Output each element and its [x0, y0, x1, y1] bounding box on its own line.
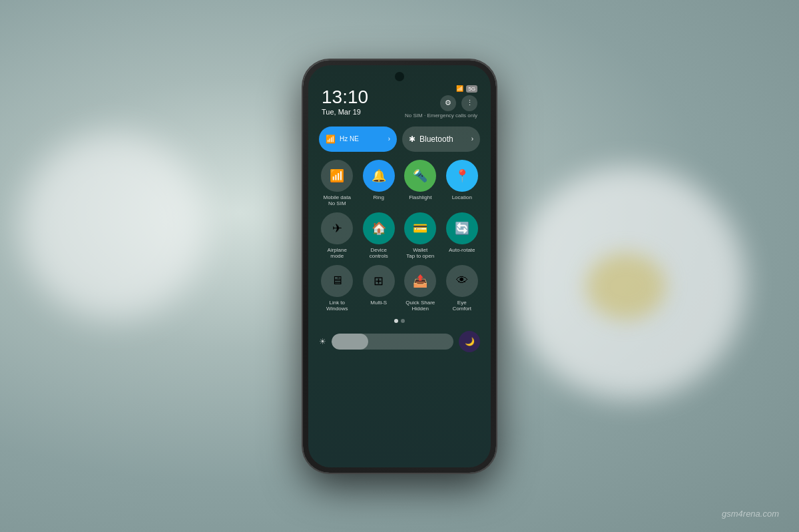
brightness-slider[interactable]	[332, 334, 453, 350]
tile-label-7: Auto-rotate	[449, 247, 475, 254]
tile-label-2: Flashlight	[409, 194, 431, 201]
brightness-icon: ☀	[319, 337, 326, 346]
night-mode-button[interactable]: 🌙	[459, 331, 480, 352]
quick-tile-9[interactable]: ⊞Multi-S	[361, 265, 398, 312]
tile-label-10: Quick Share Hidden	[405, 300, 435, 312]
tile-icon-5: 🏠	[363, 212, 395, 244]
tile-label-6: Wallet Tap to open	[406, 247, 434, 260]
quick-tile-10[interactable]: 📤Quick Share Hidden	[402, 265, 439, 312]
tile-label-0: Mobile data No SIM	[324, 194, 351, 207]
control-icons: ⚙ ⋮	[440, 95, 477, 111]
quick-tile-4[interactable]: ✈Airplane mode	[319, 212, 356, 260]
emergency-text: No SIM · Emergency calls only	[405, 113, 477, 119]
tile-icon-3: 📍	[446, 160, 478, 192]
tile-label-4: Airplane mode	[328, 247, 347, 260]
quick-grid: 📶Mobile data No SIM🔔Ring🔦Flashlight📍Loca…	[319, 160, 480, 313]
5g-icon: 5G	[466, 85, 477, 93]
brightness-fill	[332, 334, 368, 350]
page-dot-0	[394, 319, 398, 323]
tile-icon-8: 🖥	[321, 265, 353, 297]
bluetooth-icon: ✱	[409, 134, 415, 144]
brightness-row: ☀ 🌙	[319, 331, 480, 352]
tile-label-9: Multi-S	[370, 300, 387, 306]
quick-tile-2[interactable]: 🔦Flashlight	[402, 160, 439, 207]
signal-icons: 📶 5G	[456, 85, 477, 93]
front-camera	[395, 72, 404, 81]
bg-yellow	[586, 253, 666, 320]
tile-label-1: Ring	[374, 194, 384, 201]
tile-icon-9: ⊞	[363, 265, 395, 297]
tile-icon-7: 🔄	[446, 212, 478, 244]
tile-icon-0: 📶	[321, 160, 353, 192]
wifi-pill[interactable]: 📶 Hz NE ›	[319, 127, 397, 152]
date: Tue, Mar 19	[322, 108, 368, 116]
tile-icon-1: 🔔	[363, 160, 395, 192]
quick-tile-3[interactable]: 📍Location	[444, 160, 481, 207]
bluetooth-label: Bluetooth	[419, 134, 467, 144]
wifi-icon: 📶	[326, 134, 336, 144]
wifi-arrow-icon: ›	[388, 135, 390, 142]
quick-tile-1[interactable]: 🔔Ring	[361, 160, 398, 207]
tile-icon-10: 📤	[404, 265, 436, 297]
quick-tile-6[interactable]: 💳Wallet Tap to open	[402, 212, 439, 260]
quick-tile-11[interactable]: 👁Eye Comfort	[444, 265, 481, 312]
quick-tile-8[interactable]: 🖥Link to Windows	[319, 265, 356, 312]
quick-tile-0[interactable]: 📶Mobile data No SIM	[319, 160, 356, 207]
bluetooth-arrow-icon: ›	[471, 135, 473, 142]
quick-tile-5[interactable]: 🏠Device controls	[361, 212, 398, 260]
status-icons: 📶 5G ⚙ ⋮ No SIM · Emergency calls only	[405, 85, 477, 119]
bluetooth-pill[interactable]: ✱ Bluetooth ›	[402, 127, 480, 152]
page-dots	[319, 319, 480, 323]
status-bar: 13:10 Tue, Mar 19 📶 5G ⚙ ⋮ No SIM · Emer…	[319, 85, 480, 119]
tile-label-3: Location	[452, 194, 472, 201]
watermark: gsm4rena.com	[722, 509, 779, 519]
scene: 13:10 Tue, Mar 19 📶 5G ⚙ ⋮ No SIM · Emer…	[0, 0, 799, 532]
quick-toggles: 📶 Hz NE › ✱ Bluetooth ›	[319, 127, 480, 152]
tile-label-8: Link to Windows	[326, 300, 348, 312]
phone: 13:10 Tue, Mar 19 📶 5G ⚙ ⋮ No SIM · Emer…	[303, 60, 496, 473]
more-icon[interactable]: ⋮	[461, 95, 477, 111]
settings-icon[interactable]: ⚙	[440, 95, 456, 111]
tile-icon-11: 👁	[446, 265, 478, 297]
tile-icon-6: 💳	[404, 212, 436, 244]
page-dot-1	[401, 319, 405, 323]
phone-screen: 13:10 Tue, Mar 19 📶 5G ⚙ ⋮ No SIM · Emer…	[308, 65, 491, 467]
tile-label-5: Device controls	[370, 247, 388, 260]
bg-blur-left	[20, 133, 206, 320]
wifi-signal-icon: 📶	[456, 85, 463, 92]
tile-label-11: Eye Comfort	[453, 300, 471, 312]
wifi-label: Hz NE	[340, 135, 384, 142]
quick-tile-7[interactable]: 🔄Auto-rotate	[444, 212, 481, 260]
tile-icon-2: 🔦	[404, 160, 436, 192]
screen-content: 13:10 Tue, Mar 19 📶 5G ⚙ ⋮ No SIM · Emer…	[308, 65, 491, 467]
tile-icon-4: ✈	[321, 212, 353, 244]
clock: 13:10	[322, 88, 368, 107]
time-date-block: 13:10 Tue, Mar 19	[322, 88, 368, 116]
